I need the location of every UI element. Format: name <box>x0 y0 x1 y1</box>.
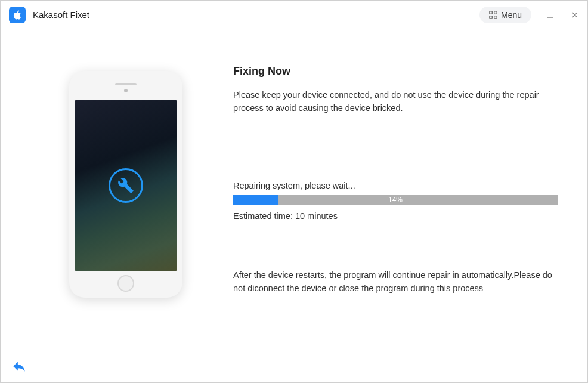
app-title: Kakasoft Fixet <box>33 10 479 20</box>
content-area: Fixing Now Please keep your device conne… <box>1 29 587 353</box>
page-heading: Fixing Now <box>233 65 558 78</box>
svg-rect-1 <box>494 11 497 13</box>
close-button[interactable] <box>571 11 579 19</box>
svg-rect-2 <box>490 16 492 18</box>
app-window: Kakasoft Fixet Menu <box>0 0 588 383</box>
svg-rect-0 <box>490 11 492 13</box>
menu-label: Menu <box>501 10 522 20</box>
estimated-time: Estimated time: 10 minutes <box>233 211 558 221</box>
back-arrow-icon <box>11 359 27 374</box>
svg-rect-3 <box>494 16 497 18</box>
progress-bar: 14% <box>233 195 558 205</box>
minimize-button[interactable] <box>546 11 554 19</box>
description-text: Please keep your device connected, and d… <box>233 88 558 115</box>
back-button[interactable] <box>11 359 27 376</box>
titlebar: Kakasoft Fixet Menu <box>1 1 587 29</box>
app-logo-icon <box>9 7 26 23</box>
phone-illustration <box>69 71 182 298</box>
bottom-bar <box>1 353 587 382</box>
progress-text: 14% <box>233 195 558 205</box>
footnote-text: After the device restarts, the program w… <box>233 268 558 295</box>
wrench-icon <box>109 168 143 203</box>
info-pane: Fixing Now Please keep your device conne… <box>233 65 570 353</box>
phone-camera <box>124 89 128 92</box>
menu-button[interactable]: Menu <box>479 7 531 23</box>
grid-menu-icon <box>489 11 497 19</box>
phone-home-button <box>117 275 134 292</box>
phone-speaker <box>115 83 137 85</box>
window-controls <box>546 11 579 19</box>
device-illustration-pane <box>18 65 233 353</box>
minimize-icon <box>546 11 554 19</box>
status-label: Repairing system, please wait... <box>233 181 558 190</box>
close-icon <box>571 11 579 19</box>
phone-screen <box>75 100 177 271</box>
